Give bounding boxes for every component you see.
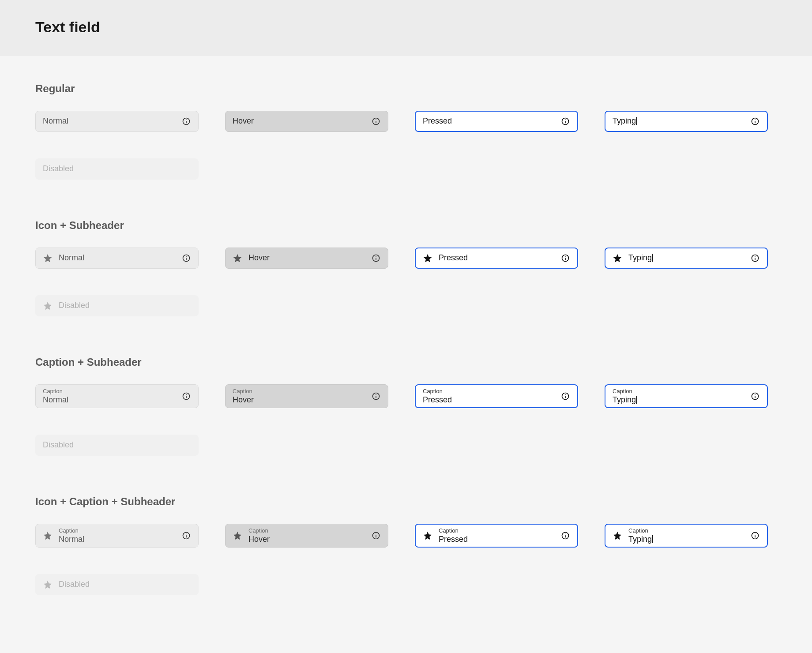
- text-field-typing[interactable]: Typing: [605, 248, 768, 269]
- svg-point-14: [186, 256, 187, 257]
- section: Caption + SubheaderCaptionNormalCaptionH…: [35, 356, 777, 456]
- text-wrap: CaptionHover: [248, 527, 365, 544]
- star-icon: [613, 253, 622, 263]
- info-icon[interactable]: [560, 531, 570, 540]
- field-row: Disabled: [35, 158, 777, 180]
- info-icon[interactable]: [371, 391, 381, 401]
- star-icon: [43, 253, 53, 263]
- star-icon: [43, 531, 53, 540]
- svg-point-20: [565, 256, 566, 257]
- text-wrap: Pressed: [439, 253, 554, 263]
- field-value: Normal: [59, 253, 175, 263]
- text-wrap: Hover: [248, 253, 365, 263]
- field-value: Pressed: [439, 535, 554, 544]
- info-icon[interactable]: [560, 253, 570, 263]
- info-icon[interactable]: [560, 391, 570, 401]
- text-wrap: CaptionTyping: [613, 388, 744, 405]
- svg-point-8: [565, 119, 566, 120]
- text-wrap: CaptionTyping: [628, 527, 744, 544]
- svg-point-32: [565, 394, 566, 395]
- text-wrap: Pressed: [423, 116, 554, 126]
- field-row: NormalHoverPressedTyping: [35, 111, 777, 132]
- svg-point-38: [186, 533, 187, 534]
- star-icon: [613, 531, 622, 540]
- text-wrap: Hover: [233, 116, 365, 126]
- field-value: Normal: [43, 395, 175, 405]
- field-caption: Caption: [628, 527, 744, 534]
- svg-point-11: [755, 119, 756, 120]
- text-field-hover[interactable]: Hover: [225, 248, 388, 269]
- info-icon[interactable]: [750, 391, 760, 401]
- text-wrap: CaptionNormal: [43, 388, 175, 405]
- text-cursor: [652, 535, 653, 543]
- field-value: Disabled: [59, 580, 191, 589]
- text-field-pressed[interactable]: Pressed: [415, 111, 578, 132]
- field-value: Hover: [233, 116, 365, 126]
- text-field-pressed[interactable]: CaptionPressed: [415, 524, 578, 548]
- text-field-normal[interactable]: CaptionNormal: [35, 524, 199, 548]
- svg-point-17: [376, 256, 376, 257]
- text-field-hover[interactable]: CaptionHover: [225, 384, 388, 408]
- section: RegularNormalHoverPressedTypingDisabled: [35, 83, 777, 180]
- section-title: Icon + Subheader: [35, 219, 777, 232]
- info-icon[interactable]: [181, 531, 191, 540]
- info-icon[interactable]: [181, 391, 191, 401]
- text-field-normal[interactable]: Normal: [35, 248, 199, 269]
- page-header: Text field: [0, 0, 812, 56]
- field-row: Disabled: [35, 574, 777, 595]
- field-value: Typing: [628, 535, 744, 544]
- info-icon[interactable]: [371, 531, 381, 540]
- text-wrap: CaptionNormal: [59, 527, 175, 544]
- info-icon[interactable]: [750, 531, 760, 540]
- field-value: Normal: [43, 116, 175, 126]
- field-caption: Caption: [439, 527, 554, 534]
- star-icon: [43, 301, 53, 311]
- section: Icon + Caption + SubheaderCaptionNormalC…: [35, 495, 777, 595]
- info-icon[interactable]: [750, 253, 760, 263]
- info-icon[interactable]: [371, 253, 381, 263]
- text-wrap: CaptionHover: [233, 388, 365, 405]
- text-wrap: CaptionPressed: [439, 527, 554, 544]
- page-title: Text field: [35, 19, 777, 36]
- field-caption: Caption: [423, 388, 554, 395]
- star-icon: [423, 253, 432, 263]
- star-icon: [233, 531, 242, 540]
- info-icon[interactable]: [560, 116, 570, 126]
- text-field-disabled: Disabled: [35, 158, 199, 180]
- field-value: Normal: [59, 535, 175, 544]
- text-field-hover[interactable]: Hover: [225, 111, 388, 132]
- field-value: Hover: [233, 395, 365, 405]
- text-field-pressed[interactable]: CaptionPressed: [415, 384, 578, 408]
- text-field-pressed[interactable]: Pressed: [415, 248, 578, 269]
- info-icon[interactable]: [750, 116, 760, 126]
- field-value: Pressed: [439, 253, 554, 263]
- text-wrap: Normal: [43, 116, 175, 126]
- section-title: Icon + Caption + Subheader: [35, 495, 777, 508]
- field-value: Pressed: [423, 395, 554, 405]
- text-wrap: Typing: [613, 116, 744, 126]
- text-wrap: Disabled: [59, 580, 191, 589]
- text-field-normal[interactable]: CaptionNormal: [35, 384, 199, 408]
- star-icon: [233, 253, 242, 263]
- text-wrap: Normal: [59, 253, 175, 263]
- text-wrap: Disabled: [59, 301, 191, 311]
- text-cursor: [636, 117, 637, 125]
- info-icon[interactable]: [371, 116, 381, 126]
- field-value: Typing: [628, 253, 744, 263]
- text-field-normal[interactable]: Normal: [35, 111, 199, 132]
- text-field-hover[interactable]: CaptionHover: [225, 524, 388, 548]
- text-field-typing[interactable]: Typing: [605, 111, 768, 132]
- text-field-disabled: Disabled: [35, 295, 199, 316]
- field-row: CaptionNormalCaptionHoverCaptionPressedC…: [35, 384, 777, 408]
- info-icon[interactable]: [181, 116, 191, 126]
- field-value: Hover: [248, 535, 365, 544]
- text-field-typing[interactable]: CaptionTyping: [605, 384, 768, 408]
- svg-point-26: [186, 394, 187, 395]
- field-value: Typing: [613, 395, 744, 405]
- content: RegularNormalHoverPressedTypingDisabledI…: [0, 56, 812, 653]
- text-cursor: [636, 396, 637, 404]
- text-field-typing[interactable]: CaptionTyping: [605, 524, 768, 548]
- info-icon[interactable]: [181, 253, 191, 263]
- text-cursor: [652, 254, 653, 262]
- text-field-disabled: Disabled: [35, 574, 199, 595]
